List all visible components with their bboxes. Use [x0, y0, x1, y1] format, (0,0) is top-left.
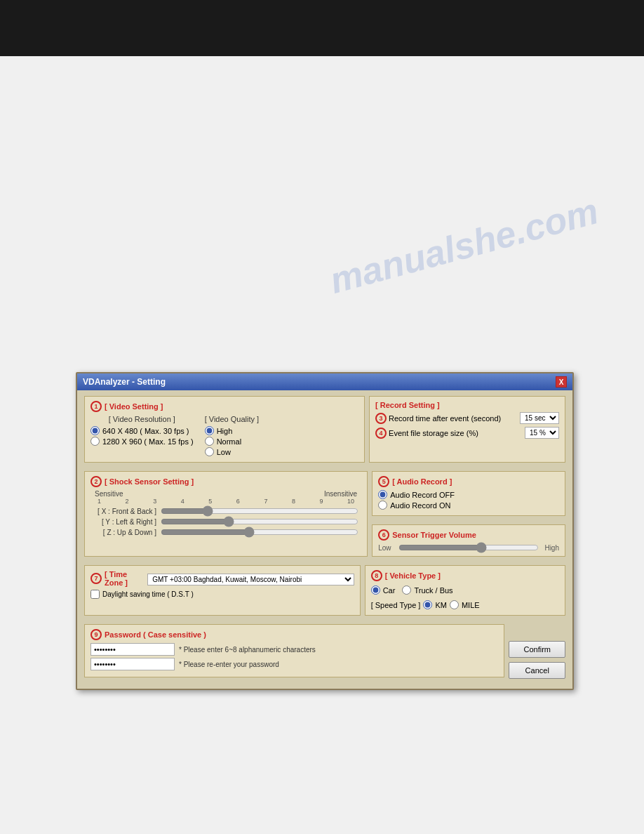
quality-low-label: Low [217, 448, 231, 456]
shock-sensor-label: 2 [ Shock Sensor Setting ] [90, 476, 361, 487]
z-axis-slider[interactable] [161, 528, 358, 536]
timezone-section: 7 [ Time Zone ] GMT +03:00 Baghdad, Kuwa… [84, 565, 361, 616]
sens-numbers: 1 2 3 4 5 6 7 8 9 10 [93, 498, 358, 505]
button-column: Confirm Cancel [509, 624, 565, 682]
quality-header: [ Video Quality ] [205, 415, 259, 423]
mile-option[interactable]: MILE [450, 600, 480, 609]
mile-label: MILE [462, 601, 480, 609]
timezone-label: 7 [ Time Zone ] GMT +03:00 Baghdad, Kuwa… [90, 570, 354, 587]
video-columns: [ Video Resolution ] 640 X 480 ( Max. 30… [90, 415, 358, 458]
right-column: 5 [ Audio Record ] Audio Record OFF Audi… [372, 471, 565, 561]
cancel-button[interactable]: Cancel [509, 662, 565, 679]
password-input-1[interactable] [90, 643, 175, 656]
daylight-row[interactable]: Daylight saving time ( D.S.T ) [90, 590, 354, 599]
resolution-column: [ Video Resolution ] 640 X 480 ( Max. 30… [90, 415, 194, 458]
vehicle-options: Car Truck / Bus [371, 584, 559, 596]
audio-record-section: 5 [ Audio Record ] Audio Record OFF Audi… [372, 471, 565, 516]
sensor-trigger-label: 6 Sensor Trigger Volume [378, 529, 559, 541]
audio-off-option[interactable]: Audio Record OFF [378, 490, 559, 499]
km-option[interactable]: KM [423, 600, 447, 609]
quality-low-option[interactable]: Low [205, 447, 259, 456]
daylight-label: Daylight saving time ( D.S.T ) [102, 590, 194, 598]
quality-low-radio[interactable] [205, 447, 214, 456]
record-setting-section: [ Record Setting ] 3 Record time after e… [369, 396, 565, 463]
dialog-close-button[interactable]: X [556, 376, 567, 388]
password-label: 9 Password ( Case sensitive ) [90, 629, 498, 640]
password-hint-2: * Please re-enter your password [179, 661, 279, 668]
x-axis-label: [ X : Front & Back ] [93, 508, 156, 515]
settings-dialog: VDAnalyzer - Setting X 1 [ Video Setting… [76, 372, 574, 690]
audio-on-radio[interactable] [378, 501, 387, 510]
x-axis-slider[interactable] [161, 507, 358, 515]
slider-area: Sensitive Insensitive 1 2 3 4 5 6 7 8 9 … [90, 490, 361, 536]
step-3-circle: 3 [375, 413, 387, 424]
dialog-body: 1 [ Video Setting ] [ Video Resolution ]… [77, 390, 572, 689]
audio-off-radio[interactable] [378, 490, 387, 499]
quality-column: [ Video Quality ] High Normal Low [205, 415, 259, 458]
resolution-1280-label: 1280 X 960 ( Max. 15 fps ) [102, 437, 194, 446]
volume-slider[interactable] [398, 543, 539, 552]
step-8-circle: 8 [371, 570, 382, 581]
daylight-checkbox[interactable] [90, 590, 100, 599]
volume-slider-row: Low High [378, 543, 559, 552]
y-axis-slider[interactable] [161, 517, 358, 526]
car-label: Car [383, 586, 396, 595]
audio-on-option[interactable]: Audio Record ON [378, 501, 559, 510]
confirm-button[interactable]: Confirm [509, 641, 565, 658]
quality-high-option[interactable]: High [205, 426, 259, 435]
step-4-circle: 4 [375, 428, 387, 439]
sensitive-label: Sensitive [95, 490, 123, 498]
top-bar [0, 0, 644, 56]
speed-type-row: [ Speed Type ] KM MILE [371, 599, 559, 611]
low-label: Low [378, 544, 396, 552]
password-input-2[interactable] [90, 658, 175, 670]
step-6-circle: 6 [378, 529, 389, 541]
car-option[interactable]: Car [371, 585, 396, 595]
resolution-1280-option[interactable]: 1280 X 960 ( Max. 15 fps ) [90, 437, 194, 446]
truck-label: Truck / Bus [414, 586, 452, 595]
resolution-640-option[interactable]: 640 X 480 ( Max. 30 fps ) [90, 426, 194, 435]
car-radio[interactable] [371, 585, 380, 595]
timezone-select[interactable]: GMT +03:00 Baghdad, Kuwait, Moscow, Nair… [147, 574, 354, 585]
speed-type-label: [ Speed Type ] [371, 601, 421, 609]
high-label: High [542, 544, 559, 552]
record-time-select[interactable]: 15 sec 30 sec 60 sec [520, 412, 559, 424]
insensitive-label: Insensitive [324, 490, 357, 498]
resolution-640-radio[interactable] [90, 426, 100, 435]
quality-high-radio[interactable] [205, 426, 214, 435]
quality-normal-option[interactable]: Normal [205, 437, 259, 446]
truck-radio[interactable] [402, 585, 411, 595]
km-label: KM [435, 601, 447, 609]
password-field-row-2: * Please re-enter your password [90, 658, 498, 670]
storage-row: 4 Event file storage size (%) 15 % 20 % … [375, 427, 559, 439]
y-axis-label: [ Y : Left & Right ] [93, 518, 156, 526]
audio-off-label: Audio Record OFF [390, 491, 455, 499]
truck-option[interactable]: Truck / Bus [402, 585, 452, 595]
step-1-circle: 1 [90, 401, 102, 412]
step-7-circle: 7 [90, 573, 102, 584]
timezone-vehicle-row: 7 [ Time Zone ] GMT +03:00 Baghdad, Kuwa… [84, 565, 565, 620]
km-radio[interactable] [423, 600, 432, 609]
step-2-circle: 2 [90, 476, 102, 487]
resolution-header: [ Video Resolution ] [90, 415, 194, 423]
password-row: 9 Password ( Case sensitive ) * Please e… [84, 624, 565, 682]
middle-section: 2 [ Shock Sensor Setting ] Sensitive Ins… [84, 471, 565, 561]
storage-select[interactable]: 15 % 20 % 25 % 30 % [525, 427, 559, 439]
video-setting-section: 1 [ Video Setting ] [ Video Resolution ]… [84, 396, 365, 463]
z-axis-label: [ Z : Up & Down ] [93, 529, 156, 536]
quality-normal-radio[interactable] [205, 437, 214, 446]
record-setting-label: [ Record Setting ] [375, 401, 559, 409]
vehicle-type-section: 8 [ Vehicle Type ] Car Truck / Bus [ Spe… [365, 565, 565, 616]
password-field-row-1: * Please enter 6~8 alphanumeric characte… [90, 643, 498, 656]
top-row: 1 [ Video Setting ] [ Video Resolution ]… [84, 396, 565, 467]
mile-radio[interactable] [450, 600, 459, 609]
record-time-row: 3 Record time after event (second) 15 se… [375, 412, 559, 424]
step-9-circle: 9 [90, 629, 102, 640]
resolution-1280-radio[interactable] [90, 437, 100, 446]
sens-label-row: Sensitive Insensitive [93, 490, 358, 498]
dialog-titlebar: VDAnalyzer - Setting X [77, 373, 572, 390]
record-time-label: Record time after event (second) [389, 414, 518, 423]
vehicle-type-label: 8 [ Vehicle Type ] [371, 570, 559, 581]
watermark: manualshe.com [326, 190, 603, 302]
dialog-title: VDAnalyzer - Setting [83, 377, 166, 387]
